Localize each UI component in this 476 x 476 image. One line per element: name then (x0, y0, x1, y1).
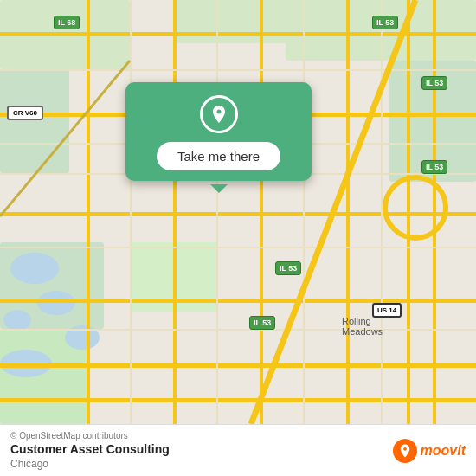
svg-rect-20 (87, 0, 90, 424)
route-il53-1: IL 53 (372, 16, 398, 29)
bottom-bar: © OpenStreetMap contributors Customer As… (0, 424, 476, 476)
svg-rect-22 (260, 0, 263, 424)
svg-rect-18 (0, 363, 476, 368)
location-name: Customer Asset Consulting (10, 442, 170, 456)
svg-rect-33 (303, 0, 305, 424)
map-attribution: © OpenStreetMap contributors (10, 431, 170, 441)
svg-rect-25 (433, 0, 436, 424)
take-me-there-button[interactable]: Take me there (157, 142, 280, 170)
svg-rect-26 (0, 69, 476, 71)
moovit-icon (393, 439, 417, 463)
moovit-pin-svg (397, 443, 413, 459)
popup-pin-icon (200, 95, 238, 133)
location-city: Chicago (10, 458, 170, 470)
svg-rect-29 (0, 247, 476, 248)
svg-point-9 (10, 253, 59, 284)
svg-rect-21 (173, 0, 177, 424)
svg-point-11 (3, 310, 31, 331)
svg-rect-24 (407, 0, 410, 424)
map-view: IL 68 IL 53 IL 53 CR V60 IL 53 IL 53 IL … (0, 0, 476, 424)
svg-rect-2 (0, 69, 69, 173)
svg-rect-17 (0, 299, 476, 303)
svg-rect-19 (0, 398, 476, 402)
route-il53-2: IL 53 (421, 76, 447, 90)
svg-rect-23 (346, 0, 350, 424)
location-popup: Take me there (125, 82, 312, 181)
moovit-logo: moovit (393, 439, 466, 463)
route-il53-3: IL 53 (421, 160, 447, 174)
svg-rect-34 (381, 0, 383, 424)
route-il68: IL 68 (54, 16, 80, 29)
svg-rect-16 (0, 212, 476, 216)
map-svg (0, 0, 476, 424)
pin-svg (209, 104, 229, 125)
svg-rect-32 (216, 0, 218, 424)
route-il53-4: IL 53 (275, 261, 301, 275)
city-label: RollingMeadows (342, 316, 383, 337)
route-il53-5: IL 53 (249, 316, 275, 330)
svg-rect-30 (0, 329, 476, 331)
svg-rect-31 (130, 0, 132, 424)
route-crv60: CR V60 (7, 106, 43, 120)
moovit-text: moovit (421, 443, 466, 459)
